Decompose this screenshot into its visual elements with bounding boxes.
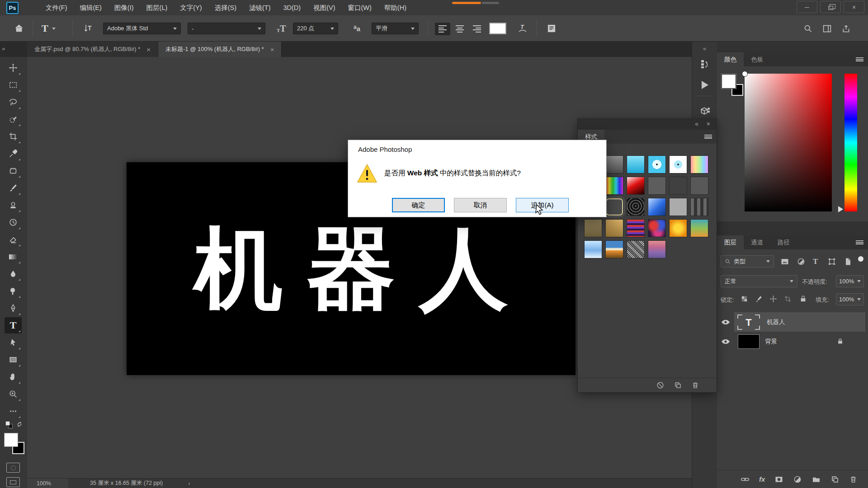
lock-artboard-icon[interactable]	[784, 295, 792, 303]
style-swatch[interactable]	[627, 220, 644, 237]
style-swatch[interactable]	[670, 156, 687, 173]
zoom-tool[interactable]	[5, 386, 22, 402]
tool-preset-picker[interactable]: T	[42, 23, 56, 34]
style-swatch[interactable]	[585, 220, 602, 237]
spot-healing-brush-tool[interactable]	[5, 163, 22, 179]
new-layer-icon[interactable]	[830, 475, 840, 484]
document-tab[interactable]: 金属字.psd @ 80.7% (机器人, RGB/8#) * ×	[27, 42, 158, 57]
menu-item[interactable]: 编辑(E)	[74, 0, 108, 15]
actions-panel-icon[interactable]	[698, 79, 711, 91]
clone-stamp-tool[interactable]	[5, 197, 22, 213]
styles-panel-header[interactable]: « ×	[578, 119, 717, 130]
style-swatch[interactable]	[691, 198, 708, 216]
menu-item[interactable]: 图层(L)	[140, 0, 174, 15]
add-layer-mask-icon[interactable]	[774, 475, 783, 484]
horizontal-type-tool[interactable]: T	[5, 317, 22, 333]
style-swatch[interactable]	[648, 241, 665, 258]
layer-visibility-toggle[interactable]	[717, 338, 734, 345]
style-swatch[interactable]	[648, 198, 665, 216]
align-center-button[interactable]	[452, 23, 467, 35]
color-picker-marker[interactable]	[742, 71, 748, 77]
zoom-level-field[interactable]: 100%	[27, 479, 68, 488]
style-swatch[interactable]	[606, 220, 623, 237]
properties-panel-icon[interactable]	[698, 105, 711, 117]
menu-item[interactable]: 滤镜(T)	[243, 0, 277, 15]
collapse-dock-icon[interactable]: «	[703, 45, 706, 52]
style-swatch[interactable]	[648, 220, 665, 237]
style-swatch[interactable]	[627, 156, 644, 173]
filter-smart-objects-icon[interactable]	[844, 257, 853, 266]
align-right-button[interactable]	[469, 23, 485, 35]
style-swatch[interactable]	[606, 156, 623, 173]
workspace-switcher-icon[interactable]	[820, 23, 834, 34]
new-adjustment-layer-icon[interactable]	[793, 475, 802, 484]
menu-item[interactable]: 3D(D)	[277, 0, 307, 15]
menu-item[interactable]: 选择(S)	[208, 0, 243, 15]
minimize-button[interactable]: ─	[797, 1, 817, 13]
style-swatch[interactable]	[691, 156, 708, 173]
brush-tool[interactable]	[5, 180, 22, 196]
style-swatch[interactable]	[627, 177, 644, 194]
color-foreground-swatch[interactable]	[722, 74, 736, 89]
link-layers-icon[interactable]	[741, 475, 750, 484]
expand-panels-icon[interactable]: »	[2, 45, 5, 52]
style-swatch[interactable]	[691, 177, 708, 194]
layer-row-text[interactable]: T 机器人	[717, 312, 868, 332]
swap-colors-icon[interactable]	[15, 420, 24, 428]
delete-layer-icon[interactable]	[849, 475, 858, 484]
layer-styles-fx-icon[interactable]: fx	[759, 475, 765, 483]
panel-menu-icon[interactable]	[856, 57, 863, 61]
layer-visibility-toggle[interactable]	[717, 319, 734, 325]
history-brush-tool[interactable]	[5, 214, 22, 230]
menu-item[interactable]: 文字(Y)	[174, 0, 208, 15]
dodge-tool[interactable]	[5, 283, 22, 299]
foreground-color-swatch[interactable]	[4, 433, 18, 447]
style-swatch[interactable]	[606, 241, 623, 258]
font-size-select[interactable]: 220 点	[293, 23, 338, 34]
anti-alias-select[interactable]: 平滑	[372, 23, 419, 34]
search-icon[interactable]	[801, 23, 815, 34]
filter-adjustment-layers-icon[interactable]	[797, 257, 806, 266]
font-style-select[interactable]: -	[188, 23, 265, 34]
panel-menu-icon[interactable]	[704, 135, 712, 139]
share-icon[interactable]	[839, 23, 853, 34]
ok-button[interactable]: 确定	[392, 198, 445, 212]
lock-transparency-icon[interactable]	[741, 295, 748, 303]
align-left-button[interactable]	[435, 23, 450, 35]
warp-text-icon[interactable]: T	[515, 23, 530, 34]
pen-tool[interactable]	[5, 300, 22, 316]
tab-close-icon[interactable]: ×	[146, 46, 151, 53]
style-swatch[interactable]	[627, 198, 644, 216]
new-group-icon[interactable]	[811, 475, 821, 484]
blur-tool[interactable]	[5, 266, 22, 282]
eyedropper-tool[interactable]	[5, 145, 22, 162]
rectangle-tool[interactable]	[5, 352, 22, 368]
style-swatch[interactable]	[670, 220, 687, 237]
filter-shape-layers-icon[interactable]	[827, 257, 836, 266]
opacity-field[interactable]: 100%	[836, 275, 864, 287]
eraser-tool[interactable]	[5, 231, 22, 248]
new-style-icon[interactable]	[674, 381, 682, 389]
style-swatch[interactable]	[670, 198, 687, 216]
tab-color[interactable]: 颜色	[717, 52, 744, 66]
layer-filter-type-select[interactable]: 类型	[721, 255, 774, 267]
style-swatch[interactable]	[648, 177, 665, 194]
menu-item[interactable]: 文件(F)	[39, 0, 74, 15]
style-swatch[interactable]	[606, 177, 623, 194]
gradient-tool[interactable]	[5, 249, 22, 265]
background-layer-thumbnail[interactable]	[738, 334, 760, 349]
screen-mode-icon[interactable]	[6, 477, 20, 487]
toggle-panels-icon[interactable]	[544, 23, 559, 34]
status-chevron-icon[interactable]: ›	[188, 480, 190, 487]
crop-tool[interactable]	[5, 128, 22, 145]
edit-toolbar-icon[interactable]	[5, 403, 22, 419]
tab-channels[interactable]: 通道	[744, 235, 770, 249]
menu-item[interactable]: 视图(V)	[307, 0, 341, 15]
hue-slider-handle[interactable]	[838, 206, 843, 212]
default-colors-icon[interactable]	[5, 421, 10, 426]
fill-field[interactable]: 100%	[836, 293, 864, 305]
style-swatch[interactable]	[670, 177, 687, 194]
style-swatch[interactable]	[648, 156, 665, 173]
tab-layers[interactable]: 图层	[717, 235, 744, 249]
quick-mask-icon[interactable]	[6, 463, 20, 473]
